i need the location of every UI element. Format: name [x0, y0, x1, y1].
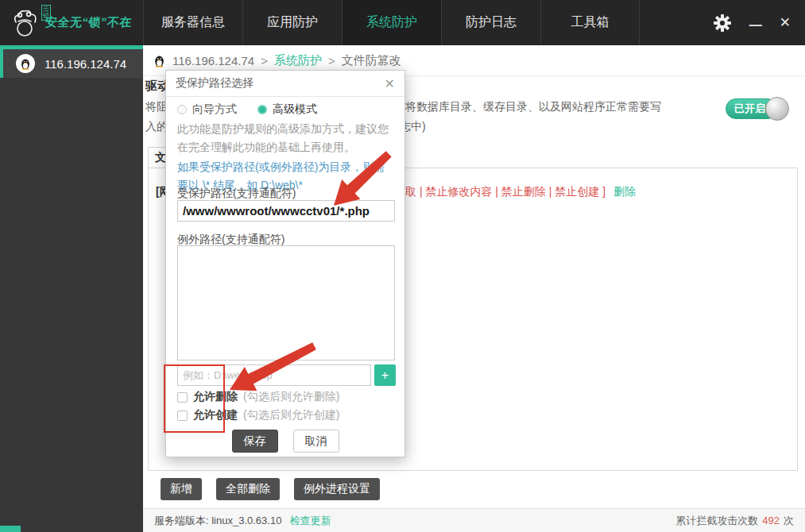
- radio-advanced-mode[interactable]: 高级模式: [257, 102, 317, 117]
- radio-wizard-label: 向导方式: [192, 102, 237, 117]
- dialog-description: 此功能是防护规则的高级添加方式，建议您在完全理解此功能的基础上再使用。: [177, 120, 395, 156]
- add-path-button[interactable]: +: [374, 364, 396, 386]
- sidebar-server-ip: 116.196.124.74: [45, 57, 126, 71]
- add-rule-button[interactable]: 新增: [161, 478, 202, 500]
- breadcrumb-section[interactable]: 系统防护: [274, 53, 322, 68]
- breadcrumb: 116.196.124.74 > 系统防护 > 文件防篡改: [153, 53, 401, 68]
- allow-delete-checkbox-row[interactable]: 允许删除 (勾选后则允许删除): [177, 390, 339, 404]
- exception-process-button[interactable]: 例外进程设置: [294, 478, 380, 500]
- server-version-text: 服务端版本: linux_3.0.63.10: [154, 514, 281, 528]
- status-bar: 服务端版本: linux_3.0.63.10 检查更新 累计拦截攻击次数 492…: [143, 508, 805, 532]
- rule-restrictions[interactable]: 读取 | 禁止修改内容 | 禁止删除 | 禁止创建 ]: [394, 185, 606, 198]
- minimize-button[interactable]: —: [749, 18, 762, 33]
- corner-decoration: [0, 526, 21, 532]
- checkbox-icon[interactable]: [177, 411, 188, 421]
- protected-path-input[interactable]: [177, 200, 395, 222]
- check-update-link[interactable]: 检查更新: [289, 514, 331, 528]
- cancel-button[interactable]: 取消: [293, 430, 339, 453]
- mode-radio-group: 向导方式 高级模式: [177, 102, 317, 117]
- allow-delete-hint: (勾选后则允许删除): [243, 390, 339, 404]
- radio-wizard-mode[interactable]: 向导方式: [177, 102, 237, 117]
- tab-system-protection[interactable]: 系统防护: [342, 0, 441, 45]
- server-sidebar: 116.196.124.74: [0, 45, 143, 532]
- window-controls: — ✕: [713, 0, 805, 45]
- allow-create-hint: (勾选后则允许创建): [243, 408, 339, 422]
- allow-create-label: 允许创建: [193, 408, 238, 422]
- breadcrumb-separator: >: [261, 54, 268, 67]
- logo-slogan: 安全无“锁”不在: [45, 15, 133, 30]
- protected-path-dialog: 受保护路径选择 ✕ 向导方式 高级模式 此功能是防护规则的高级添加方式，建议您在…: [165, 70, 405, 457]
- delete-all-button[interactable]: 全部删除: [216, 478, 280, 500]
- tab-protection-logs[interactable]: 防护日志: [441, 0, 540, 45]
- allow-delete-label: 允许删除: [193, 390, 238, 404]
- description-fragment: 将阻: [145, 100, 168, 114]
- linux-penguin-icon: [153, 54, 166, 67]
- allow-create-checkbox-row[interactable]: 允许创建 (勾选后则允许创建): [177, 408, 339, 422]
- dialog-buttons: 保存 取消: [166, 430, 404, 453]
- rules-toolbar: 新增 全部删除 例外进程设置: [161, 478, 380, 500]
- save-button[interactable]: 保存: [232, 430, 278, 453]
- lock-mascot-icon: [8, 6, 43, 40]
- protected-path-label: 受保护路径(支持通配符): [177, 187, 296, 201]
- tab-app-protection[interactable]: 应用防护: [242, 0, 342, 45]
- attack-counter-label: 累计拦截攻击次数: [675, 514, 758, 528]
- main-nav: 服务器信息 应用防护 系统防护 防护日志 工具箱: [143, 0, 640, 45]
- tab-toolbox[interactable]: 工具箱: [540, 0, 640, 45]
- breadcrumb-page: 文件防篡改: [342, 53, 401, 68]
- app-logo: 云锁 安全无“锁”不在: [0, 0, 143, 45]
- exception-path-textarea[interactable]: [177, 245, 395, 360]
- radio-selected-icon[interactable]: [257, 105, 267, 114]
- add-path-input[interactable]: [177, 364, 371, 386]
- rule-permission-links[interactable]: 读取 | 禁止修改内容 | 禁止删除 | 禁止创建 ] 删除: [394, 185, 636, 199]
- close-window-button[interactable]: ✕: [780, 14, 791, 31]
- sidebar-item-server[interactable]: 116.196.124.74: [0, 49, 143, 78]
- attack-counter: 累计拦截攻击次数 492 次: [675, 514, 794, 528]
- dialog-close-icon[interactable]: ✕: [385, 76, 395, 91]
- protection-toggle[interactable]: 已开启: [726, 97, 789, 121]
- settings-gear-icon[interactable]: [713, 13, 732, 33]
- dialog-header: 受保护路径选择 ✕: [166, 71, 404, 97]
- checkbox-icon[interactable]: [177, 392, 188, 403]
- title-bar: 云锁 安全无“锁”不在 服务器信息 应用防护 系统防护 防护日志 工具箱 — ✕: [0, 0, 805, 45]
- radio-unselected-icon[interactable]: [177, 105, 187, 114]
- attack-counter-unit: 次: [784, 514, 794, 528]
- tab-server-info[interactable]: 服务器信息: [143, 0, 242, 45]
- dialog-title: 受保护路径选择: [176, 76, 253, 91]
- toggle-knob[interactable]: [765, 97, 789, 121]
- linux-penguin-icon: [16, 54, 35, 73]
- radio-advanced-label: 高级模式: [273, 102, 317, 117]
- breadcrumb-server-ip[interactable]: 116.196.124.74: [172, 54, 254, 67]
- rule-delete-link[interactable]: 删除: [613, 185, 636, 198]
- breadcrumb-separator: >: [328, 54, 335, 67]
- description-fragment: 入的: [145, 120, 168, 134]
- attack-counter-value: 492: [762, 515, 780, 526]
- description-fragment: 议将数据库目录、缓存目录、以及网站程序正常需要写: [394, 100, 661, 114]
